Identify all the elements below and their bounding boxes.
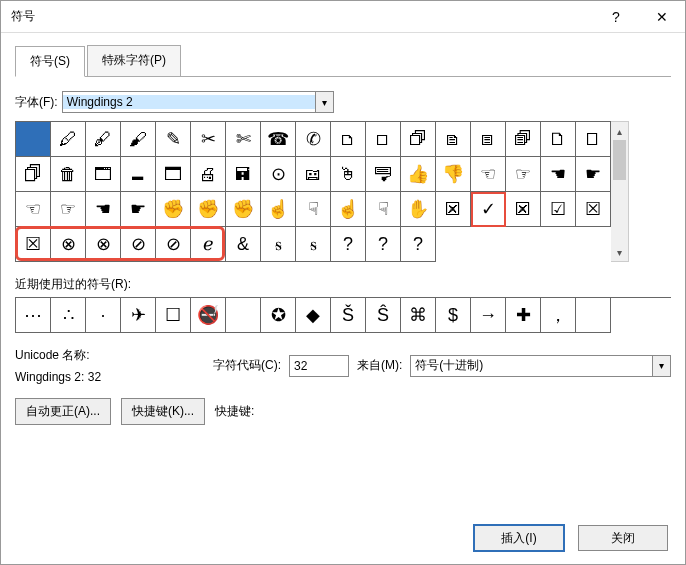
from-select[interactable]: 符号(十进制) ▾ xyxy=(410,355,671,377)
from-dropdown-button[interactable]: ▾ xyxy=(652,356,670,376)
symbol-cell[interactable]: 🖰 xyxy=(331,157,366,192)
recent-cell[interactable]: Ŝ xyxy=(366,298,401,333)
recent-cell[interactable]: ， xyxy=(541,298,576,333)
insert-button[interactable]: 插入(I) xyxy=(474,525,564,551)
symbol-cell[interactable]: 🗵 xyxy=(506,192,541,227)
symbol-cell[interactable]: ✋ xyxy=(401,192,436,227)
symbol-cell[interactable]: ⊘ xyxy=(121,227,156,262)
symbol-cell[interactable]: 🗅 xyxy=(331,122,366,157)
symbol-cell[interactable]: & xyxy=(226,227,261,262)
symbol-cell[interactable] xyxy=(16,122,51,157)
symbol-cell[interactable]: 🗉 xyxy=(471,122,506,157)
grid-scrollbar[interactable]: ▴ ▾ xyxy=(611,121,629,262)
recent-cell[interactable]: $ xyxy=(436,298,471,333)
symbol-cell[interactable]: ⊘ xyxy=(156,227,191,262)
recent-cell[interactable]: 🚭 xyxy=(191,298,226,333)
char-code-input[interactable] xyxy=(289,355,349,377)
tab-symbols[interactable]: 符号(S) xyxy=(15,46,85,77)
recent-cell[interactable]: ☐ xyxy=(156,298,191,333)
recent-cell[interactable]: ✚ xyxy=(506,298,541,333)
symbol-cell[interactable]: ✄ xyxy=(226,122,261,157)
symbol-cell[interactable]: ☒ xyxy=(16,227,51,262)
symbol-cell[interactable]: ℯ xyxy=(191,227,226,262)
recent-cell[interactable]: ⋯ xyxy=(16,298,51,333)
symbol-cell[interactable]: 🗵 xyxy=(436,192,471,227)
symbol-cell[interactable]: ☞ xyxy=(506,157,541,192)
scroll-track[interactable] xyxy=(611,140,628,243)
symbol-cell[interactable]: ᵴ xyxy=(261,227,296,262)
recent-cell[interactable] xyxy=(576,298,611,333)
symbol-cell[interactable]: ✂ xyxy=(191,122,226,157)
symbol-cell[interactable]: 🗕 xyxy=(121,157,156,192)
symbol-cell[interactable]: ☝ xyxy=(261,192,296,227)
symbol-cell[interactable]: 🗍 xyxy=(16,157,51,192)
symbol-cell[interactable]: ✆ xyxy=(296,122,331,157)
shortcut-button[interactable]: 快捷键(K)... xyxy=(121,398,205,425)
symbol-cell[interactable]: ✊ xyxy=(156,192,191,227)
symbol-cell[interactable]: ☚ xyxy=(86,192,121,227)
symbol-cell[interactable]: ? xyxy=(331,227,366,262)
autocorrect-button[interactable]: 自动更正(A)... xyxy=(15,398,111,425)
recent-cell[interactable]: ⌘ xyxy=(401,298,436,333)
symbol-cell[interactable]: ✊ xyxy=(191,192,226,227)
symbol-cell[interactable]: 👎 xyxy=(436,157,471,192)
close-window-button[interactable]: ✕ xyxy=(639,1,685,33)
symbol-cell[interactable]: ☑ xyxy=(541,192,576,227)
symbol-cell[interactable]: ☎ xyxy=(261,122,296,157)
recent-cell[interactable]: ◆ xyxy=(296,298,331,333)
symbol-cell[interactable]: 🖬 xyxy=(226,157,261,192)
symbol-cell[interactable]: ✎ xyxy=(156,122,191,157)
symbol-cell[interactable]: ✓ xyxy=(471,192,506,227)
symbol-cell[interactable]: ☟ xyxy=(366,192,401,227)
symbol-cell[interactable]: 🖨 xyxy=(191,157,226,192)
symbol-cell[interactable]: ☞ xyxy=(51,192,86,227)
symbol-cell[interactable]: ☚ xyxy=(541,157,576,192)
symbol-cell[interactable]: ? xyxy=(401,227,436,262)
symbol-cell[interactable]: 🖌 xyxy=(121,122,156,157)
symbol-cell[interactable]: ᵴ xyxy=(296,227,331,262)
symbol-cell[interactable]: 🗔 xyxy=(86,157,121,192)
font-select[interactable]: Wingdings 2 ▾ xyxy=(62,91,334,113)
symbol-cell[interactable]: ⊗ xyxy=(86,227,121,262)
symbol-cell[interactable]: 🖭 xyxy=(296,157,331,192)
symbol-cell[interactable]: 🗌 xyxy=(576,122,611,157)
recent-cell[interactable]: ✈ xyxy=(121,298,156,333)
symbol-cell[interactable]: 🗆 xyxy=(366,122,401,157)
recent-cell[interactable]: · xyxy=(86,298,121,333)
symbol-cell[interactable]: 🗊 xyxy=(506,122,541,157)
symbol-cell[interactable]: 👍 xyxy=(401,157,436,192)
help-button[interactable]: ? xyxy=(593,1,639,33)
symbol-cell[interactable]: 🗇 xyxy=(401,122,436,157)
recent-cell[interactable]: ∴ xyxy=(51,298,86,333)
symbol-cell[interactable]: 🗑 xyxy=(51,157,86,192)
scroll-thumb[interactable] xyxy=(613,140,626,180)
from-value: 符号(十进制) xyxy=(411,356,652,376)
recent-cell[interactable] xyxy=(226,298,261,333)
close-button[interactable]: 关闭 xyxy=(578,525,668,551)
scroll-down-button[interactable]: ▾ xyxy=(611,243,628,261)
symbol-cell[interactable]: 🗖 xyxy=(156,157,191,192)
symbol-cell[interactable]: 🖦 xyxy=(366,157,401,192)
symbol-cell[interactable]: ⊙ xyxy=(261,157,296,192)
symbol-cell[interactable]: ☝ xyxy=(331,192,366,227)
symbol-cell[interactable]: ✊ xyxy=(226,192,261,227)
scroll-up-button[interactable]: ▴ xyxy=(611,122,628,140)
symbol-cell[interactable]: ☛ xyxy=(121,192,156,227)
symbol-cell[interactable]: ? xyxy=(366,227,401,262)
symbol-cell[interactable]: ☜ xyxy=(471,157,506,192)
symbol-cell[interactable]: ☒ xyxy=(576,192,611,227)
symbol-cell[interactable]: 🖋 xyxy=(86,122,121,157)
symbol-cell[interactable]: ☜ xyxy=(16,192,51,227)
button-row: 自动更正(A)... 快捷键(K)... 快捷键: xyxy=(15,398,671,425)
symbol-cell[interactable]: ☛ xyxy=(576,157,611,192)
symbol-cell[interactable]: ⊗ xyxy=(51,227,86,262)
font-dropdown-button[interactable]: ▾ xyxy=(315,92,333,112)
symbol-cell[interactable]: ☟ xyxy=(296,192,331,227)
tab-special-chars[interactable]: 特殊字符(P) xyxy=(87,45,181,76)
recent-cell[interactable]: → xyxy=(471,298,506,333)
symbol-cell[interactable]: 🗋 xyxy=(541,122,576,157)
recent-cell[interactable]: ✪ xyxy=(261,298,296,333)
symbol-cell[interactable]: 🗈 xyxy=(436,122,471,157)
symbol-cell[interactable]: 🖊 xyxy=(51,122,86,157)
recent-cell[interactable]: Š xyxy=(331,298,366,333)
